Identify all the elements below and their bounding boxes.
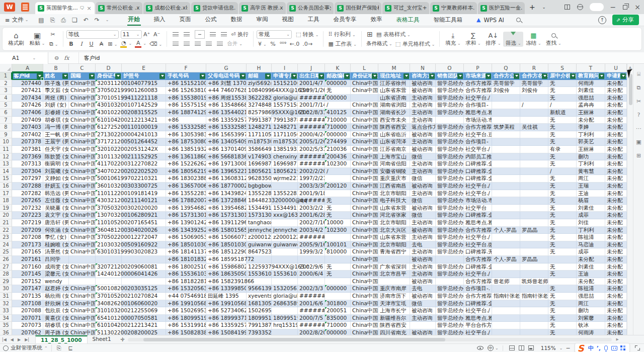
cell[interactable]: 无	[548, 248, 577, 256]
cell[interactable]: 上海市长宁	[378, 307, 410, 315]
cell[interactable]: 济南市历下	[378, 293, 410, 300]
menu-页面[interactable]: 页面	[179, 14, 192, 26]
cell[interactable]: 王迪	[577, 190, 605, 198]
cell[interactable]: 未分配	[577, 256, 605, 263]
cell[interactable]: 留学总经办	[436, 153, 464, 161]
cell[interactable]	[96, 278, 122, 286]
row-header-26[interactable]: 26	[0, 256, 12, 263]
cell[interactable]: 2003/4/2	[298, 227, 325, 234]
menu-插入[interactable]: 插入	[153, 14, 167, 26]
cell[interactable]: 刘素佳	[577, 87, 605, 95]
cell[interactable]: 无	[548, 300, 577, 308]
cell[interactable]	[492, 131, 520, 139]
cell[interactable]: China中国	[69, 87, 96, 95]
cell[interactable]: 有录	[548, 146, 577, 153]
cell[interactable]: China中国	[351, 300, 378, 308]
cell[interactable]: +86 1851229020	[206, 248, 247, 256]
cell[interactable]: 被动咨询	[410, 293, 436, 300]
close-button[interactable]: ×	[634, 3, 640, 11]
cell[interactable]: 电子科技大	[378, 197, 410, 205]
cell[interactable]	[122, 278, 166, 286]
cell[interactable]: 207402	[12, 131, 43, 139]
row-header-11[interactable]: 11	[0, 146, 12, 153]
cell[interactable]: 被动咨询	[410, 205, 436, 212]
cell[interactable]: 207209	[12, 227, 43, 234]
cell[interactable]: 王迪	[577, 271, 605, 278]
zoom-level[interactable]: 115%	[541, 345, 556, 351]
row-header-28[interactable]: 28	[0, 271, 12, 278]
row-header-36[interactable]: 36	[0, 329, 12, 335]
cell[interactable]: 未分配	[577, 278, 605, 286]
cell[interactable]: 000000	[325, 131, 351, 139]
cell[interactable]: 留学总经办	[436, 300, 464, 308]
cell[interactable]: China中国	[69, 293, 96, 300]
increase-decimal-button[interactable]: ←.0	[289, 41, 301, 47]
filter-dropdown-icon[interactable]	[318, 73, 324, 79]
cell[interactable]: 平台合作方	[464, 322, 492, 329]
cell[interactable]: +86 18101832	[166, 256, 206, 263]
cell[interactable]: +86 1991056889	[206, 300, 247, 308]
cell[interactable]	[520, 241, 548, 249]
cell[interactable]	[520, 234, 548, 241]
cell[interactable]: 未分配	[605, 212, 627, 219]
cell[interactable]	[492, 219, 520, 227]
cell[interactable]: 河南省信阳	[378, 160, 410, 168]
cell[interactable]: 未分配	[605, 293, 627, 300]
cell[interactable]: 黄嘉仪 (女)	[43, 315, 69, 322]
increase-indent-icon[interactable]	[221, 32, 227, 37]
cell[interactable]: 未分配	[605, 168, 627, 175]
cell[interactable]: 被动咨询	[410, 278, 436, 286]
cell[interactable]: 360103200303300725	[96, 183, 122, 190]
cell[interactable]	[325, 256, 351, 263]
cell[interactable]: 舒欣娴 (女)	[43, 300, 69, 308]
cell[interactable]: 370502199901260083	[96, 87, 122, 95]
cell[interactable]: 口碑推荐.全	[464, 175, 492, 183]
cell[interactable]	[520, 315, 548, 322]
menu-会员专享[interactable]: 会员专享	[333, 14, 358, 26]
cell[interactable]: 610104200212213421	[96, 117, 122, 124]
worksheet-button[interactable]: ▦ 工作表⌄	[327, 40, 358, 48]
cell[interactable]: China中国	[69, 241, 96, 249]
cell[interactable]: 124827175	[272, 124, 298, 131]
cell[interactable]: 2000/4/24	[298, 131, 325, 139]
header-cell[interactable]: 身份证地址	[351, 72, 378, 80]
cell[interactable]: 207219	[12, 219, 43, 227]
col-header-C[interactable]: C	[69, 64, 96, 72]
align-right-icon[interactable]	[195, 42, 201, 46]
cell[interactable]	[492, 212, 520, 219]
outline-icon[interactable]: ⊑	[68, 345, 73, 351]
cell[interactable]: 社交平台./	[464, 190, 492, 198]
cell[interactable]: 社交平台./	[464, 234, 492, 241]
cell[interactable]: 无	[548, 271, 577, 278]
cell[interactable]: 未分配	[605, 138, 627, 146]
cell[interactable]: 无	[548, 153, 577, 161]
cell[interactable]: +86 52734062	[206, 307, 247, 315]
cell[interactable]: 630103199903020823	[96, 248, 122, 256]
cell[interactable]: 何雨涛	[577, 80, 605, 87]
cell[interactable]: 丁利利	[577, 160, 605, 168]
cell[interactable]: 去电	[410, 285, 436, 293]
cell[interactable]	[272, 248, 298, 256]
cell[interactable]: China中国	[69, 219, 96, 227]
cell[interactable]: 留学总经办	[436, 248, 464, 256]
cell[interactable]: China中国	[351, 153, 378, 161]
cell[interactable]: 微信	[410, 212, 436, 219]
cell[interactable]: +86 15226262	[166, 160, 206, 168]
cell[interactable]: 124827175	[247, 124, 272, 131]
cell[interactable]: +86 1565399710	[206, 131, 247, 139]
cell[interactable]: 2002/7/16	[298, 219, 325, 227]
cell[interactable]: 2005/9/16	[298, 241, 325, 249]
cell[interactable]: 主动咨询	[410, 263, 436, 271]
cell[interactable]: 雅思考点.雅	[464, 219, 492, 227]
cell[interactable]	[272, 307, 298, 315]
cell[interactable]: 207434	[12, 95, 43, 102]
cell[interactable]: China中国	[351, 285, 378, 293]
tab-table-tools[interactable]: 表格工具	[395, 15, 421, 25]
col-header-O[interactable]: O	[436, 64, 464, 72]
cell[interactable]: 无	[548, 205, 577, 212]
cell[interactable]	[492, 329, 520, 335]
cell[interactable]: 13552283	[247, 190, 272, 198]
cell[interactable]: China中国	[351, 248, 378, 256]
cell[interactable]: 370105200210270824	[96, 293, 122, 300]
cell[interactable]	[520, 263, 548, 271]
